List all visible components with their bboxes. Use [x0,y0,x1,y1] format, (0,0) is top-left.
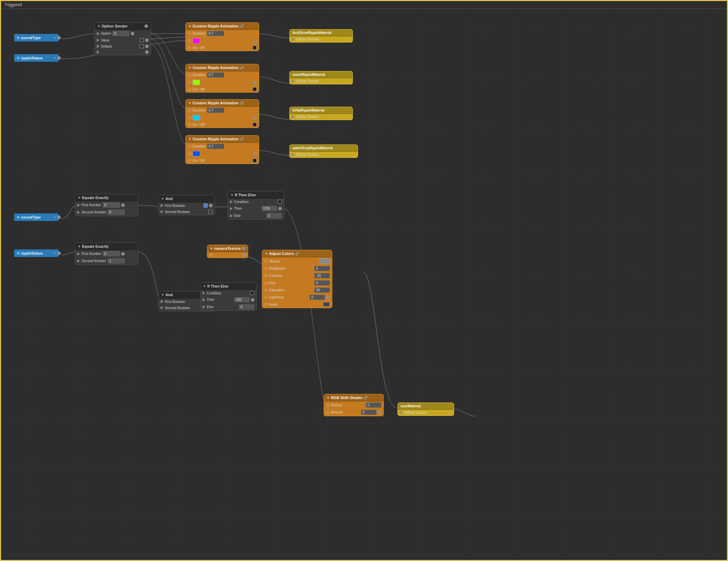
port-and1-out[interactable] [209,204,212,207]
collapse-icon-rgb[interactable]: ▼ [327,396,330,399]
duration-input-r3[interactable] [207,108,224,113]
port-rgb-tex-in[interactable] [326,404,330,407]
port-arrow-kick[interactable] [292,38,294,41]
port-rgb-amount-in[interactable] [326,411,330,414]
adj-hue-input[interactable] [314,280,330,285]
port-r2-dur-in[interactable] [188,73,191,77]
port-option-sender-out[interactable] [145,24,148,28]
port-arrow-eq1-first[interactable] [77,203,80,207]
port-arrow-ite2-then[interactable] [203,298,205,302]
collapse-icon-r1[interactable]: ▼ [188,25,191,28]
ite1-condition-checkbox[interactable] [278,200,282,204]
port-adj-bright-in[interactable] [264,267,268,270]
port-arrow-waterdrop[interactable] [292,153,294,156]
port-r3-out[interactable] [253,116,257,119]
port-r4-out[interactable] [253,152,257,155]
collapse-icon-r2[interactable]: ▼ [188,66,191,69]
color-swatch-r4[interactable] [193,151,200,156]
color-swatch-r2[interactable] [193,80,200,85]
ite2-condition-checkbox[interactable] [250,291,254,295]
port-adj-out[interactable] [326,296,330,299]
duration-input-r4[interactable] [207,144,224,149]
collapse-icon-eq2[interactable]: ▼ [78,245,81,248]
port-soundtype-2-out[interactable] [57,215,61,219]
adj-texture-swatch[interactable] [320,258,330,264]
ite1-else-input[interactable] [266,213,282,218]
port-r1-onoff-in[interactable] [188,46,191,49]
adj-invert-checkbox[interactable] [323,302,330,307]
onoff-checkbox-r2[interactable] [253,87,257,91]
port-value-out[interactable] [145,38,149,42]
port-r1-dur-in[interactable] [188,32,191,35]
default-checkbox[interactable] [140,44,144,48]
eq2-first-input[interactable] [103,251,120,256]
adj-contrast-input[interactable] [314,273,330,278]
port-r2-out[interactable] [253,81,257,84]
eq1-first-input[interactable] [103,202,120,208]
port-ripplestatus-2-out[interactable] [57,252,61,255]
port-arrow-ite1-else[interactable] [230,214,233,218]
adj-brightness-input[interactable] [314,266,330,271]
collapse-icon-cam[interactable]: ▼ [210,247,213,250]
color-swatch-r3[interactable] [193,115,200,120]
port-adj-hue-in[interactable] [264,281,268,285]
port-arrow-and2-first[interactable] [161,300,163,303]
port-arrow-and1-first[interactable] [161,204,163,207]
ripple-status-node-1[interactable]: rippleStatus ▾ [14,54,59,62]
port-r2-onoff-in[interactable] [188,87,191,91]
port-adj-tex-in[interactable] [264,259,268,263]
onoff-checkbox-r4[interactable] [253,159,257,163]
port-arrow-hihat[interactable] [292,115,294,119]
eq1-second-input[interactable] [107,210,125,215]
port-eq2-out[interactable] [121,252,125,256]
collapse-icon-ite2[interactable]: ▼ [203,285,206,288]
collapse-icon-r4[interactable]: ▼ [188,138,191,141]
port-r1-color-in[interactable] [188,39,191,43]
port-default-out[interactable] [145,45,149,48]
collapse-icon-adj[interactable]: ▼ [265,252,268,255]
port-cam-out2[interactable] [242,253,246,257]
ite2-else-input[interactable] [239,304,254,309]
port-r4-onoff-in[interactable] [188,159,191,162]
port-arrow-eq1-second[interactable] [77,211,80,214]
ripple-status-node-2[interactable]: rippleStatus ▾ [14,249,59,257]
port-arrow-eq2-second[interactable] [77,259,80,263]
eq2-second-input[interactable] [107,258,125,264]
port-cam-in[interactable] [209,253,213,257]
port-r4-color-in[interactable] [188,152,191,155]
collapse-icon[interactable]: ▼ [97,25,100,28]
port-r4-dur-in[interactable] [188,145,191,148]
port-arrow-snare[interactable] [292,80,294,83]
onoff-checkbox-r3[interactable] [253,122,257,127]
option-input[interactable] [112,31,129,36]
and1-second-checkbox[interactable] [208,210,212,214]
port-arrow-ite1-cond[interactable] [230,200,233,203]
port-arrow-eq2-first[interactable] [77,252,80,256]
port-soundtype-1-out[interactable] [57,36,61,39]
collapse-icon-and2[interactable]: ▼ [161,293,164,296]
port-extra-out[interactable] [145,50,149,54]
port-arrow-option[interactable] [97,32,100,35]
collapse-icon-r3[interactable]: ▼ [188,102,191,105]
collapse-icon-and1[interactable]: ▼ [161,197,164,200]
port-arrow-extra[interactable] [97,50,100,54]
port-rgb-out[interactable] [378,411,381,414]
port-adj-light-in[interactable] [264,296,268,299]
value-checkbox[interactable] [140,38,144,42]
port-adj-sat-in[interactable] [264,289,268,292]
and1-first-checkbox[interactable] [204,203,208,208]
port-arrow-and1-second[interactable] [161,210,163,213]
port-adj-contrast-in[interactable] [264,274,268,278]
duration-input-r1[interactable] [207,31,224,36]
port-arrow-default[interactable] [97,45,100,48]
port-r1-out[interactable] [253,39,257,43]
port-r2-color-in[interactable] [188,81,191,84]
port-arrow-ite1-then[interactable] [230,207,233,210]
rgb-texture-input[interactable] [366,402,381,408]
port-arrow-ite2-cond[interactable] [203,291,205,295]
port-r3-dur-in[interactable] [188,109,191,112]
rgb-amount-input[interactable] [361,410,377,415]
port-cam-out[interactable] [242,247,245,250]
port-ite1-out[interactable] [278,207,282,210]
adj-lightness-input[interactable] [310,295,325,300]
